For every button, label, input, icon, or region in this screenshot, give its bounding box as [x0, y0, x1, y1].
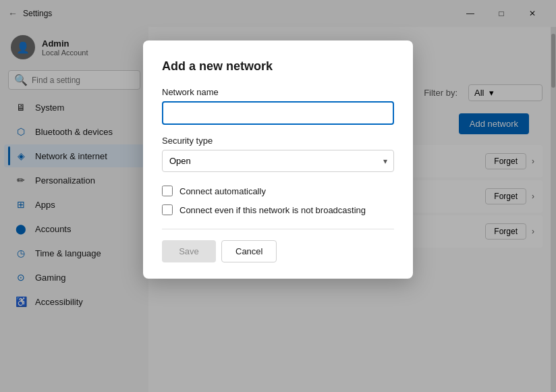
security-type-label: Security type — [162, 136, 394, 146]
connect-auto-label: Connect automatically — [179, 186, 266, 196]
modal-divider — [162, 229, 394, 229]
modal-title: Add a new network — [162, 59, 394, 74]
settings-window: ← Settings — □ ✕ 👤 Admin Local Account — [0, 0, 556, 392]
connect-broadcast-checkbox[interactable] — [162, 204, 173, 215]
modal-buttons: Save Cancel — [162, 240, 394, 262]
security-type-wrapper: Open WPA2-Personal WPA3-Personal WEP ▾ — [162, 150, 394, 172]
connect-auto-row: Connect automatically — [162, 186, 394, 196]
connect-broadcast-row: Connect even if this network is not broa… — [162, 204, 394, 215]
network-name-input[interactable] — [162, 101, 394, 125]
security-type-select[interactable]: Open WPA2-Personal WPA3-Personal WEP — [162, 150, 394, 172]
cancel-button[interactable]: Cancel — [221, 240, 277, 262]
connect-auto-checkbox[interactable] — [162, 186, 173, 196]
save-button[interactable]: Save — [162, 240, 216, 262]
modal-overlay: Add a new network Network name Security … — [0, 0, 556, 392]
add-network-modal: Add a new network Network name Security … — [143, 40, 413, 279]
connect-broadcast-label: Connect even if this network is not broa… — [179, 205, 366, 215]
network-name-label: Network name — [162, 87, 394, 97]
